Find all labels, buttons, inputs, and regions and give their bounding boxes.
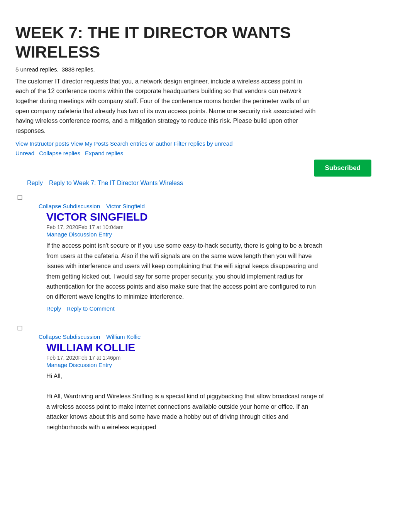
entry-2-meta: Feb 17, 2020Feb 17 at 1:46pm [46,355,395,361]
entry-1-reply[interactable]: Reply [46,305,61,312]
view-my-posts-link[interactable]: View My Posts [71,140,108,147]
discussion-entry-2: Collapse Subdiscussion William Kollie WI… [39,333,395,432]
reply-link[interactable]: Reply [27,180,43,187]
filter-bar: Unread Collapse replies Expand replies [15,150,395,156]
discussion-entry-1: Collapse Subdiscussion Victor Singfield … [39,203,395,311]
manage-entry-1[interactable]: Manage Discussion Entry [46,231,395,238]
collapse-subdiscussion-2[interactable]: Collapse Subdiscussion [39,333,100,340]
page-title: WEEK 7: THE IT DIRECTOR WANTS WIRELESS [15,23,317,62]
subscribed-row: Subscribed [15,160,371,177]
collapse-replies[interactable]: Collapse replies [39,150,80,156]
entry-1-author: VICTOR SINGFIELD [46,211,395,223]
manage-entry-2[interactable]: Manage Discussion Entry [46,362,395,368]
filter-replies-link[interactable]: Filter replies by unread [174,140,233,147]
entry-1-body: If the access point isn't secure or if y… [46,241,324,302]
entry-1-header: Collapse Subdiscussion Victor Singfield [39,203,395,209]
search-entries-link[interactable]: Search entries or author [110,140,172,147]
entry-2-author: WILLIAM KOLLIE [46,342,395,354]
collapse-bracket-icon-2: ◻ [17,323,395,332]
entry-1-meta: Feb 17, 2020Feb 17 at 10:04am [46,224,395,230]
reply-to-thread-link[interactable]: Reply to Week 7: The IT Director Wants W… [49,180,183,187]
action-links: View Instructor posts View My Posts Sear… [15,140,395,147]
entry-2-header: Collapse Subdiscussion William Kollie [39,333,395,340]
unread-count: 5 unread replies. [15,66,59,73]
expand-replies[interactable]: Expand replies [85,150,123,156]
total-count: 3838 replies. [62,66,95,73]
entry-2-body: Hi All, Hi All, Wardriving and Wireless … [46,371,324,432]
unread-filter[interactable]: Unread [15,150,34,156]
entry-1-reply-bar: Reply Reply to Comment [46,305,395,312]
reply-stats: 5 unread replies. 3838 replies. [15,66,395,73]
collapse-bracket-icon-1: ◻ [17,193,395,201]
view-instructor-link[interactable]: View Instructor posts [15,140,69,147]
entry-1-reply-to-comment[interactable]: Reply to Comment [66,305,114,312]
reply-bar: Reply Reply to Week 7: The IT Director W… [15,180,395,187]
discussion-description: The customer IT director requests that y… [15,76,317,136]
subscribed-button[interactable]: Subscribed [314,160,371,177]
author-link-1[interactable]: Victor Singfield [106,203,145,209]
author-link-2[interactable]: William Kollie [106,333,141,340]
collapse-subdiscussion-1[interactable]: Collapse Subdiscussion [39,203,100,209]
